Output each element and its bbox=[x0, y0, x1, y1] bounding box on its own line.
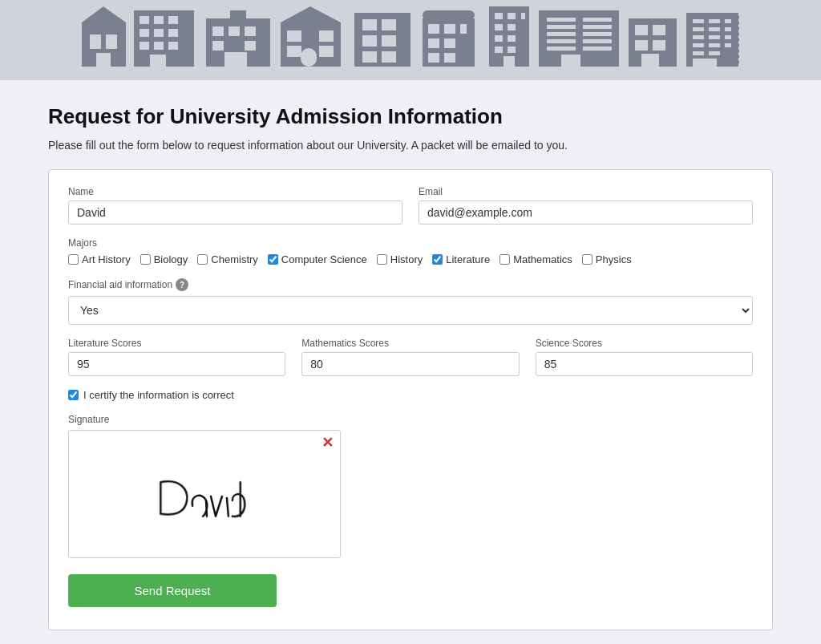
intro-text: Please fill out the form below to reques… bbox=[48, 139, 773, 152]
checkbox-computer-science[interactable] bbox=[268, 254, 278, 265]
math-score-input[interactable] bbox=[301, 352, 519, 376]
svg-rect-60 bbox=[547, 25, 576, 29]
svg-rect-54 bbox=[508, 35, 516, 42]
svg-rect-64 bbox=[583, 18, 612, 22]
svg-rect-66 bbox=[583, 32, 612, 36]
financial-help-icon[interactable]: ? bbox=[176, 278, 188, 291]
page-title: Request for University Admission Informa… bbox=[48, 104, 773, 129]
svg-rect-55 bbox=[495, 47, 503, 53]
svg-marker-25 bbox=[281, 6, 341, 22]
email-input[interactable] bbox=[419, 200, 753, 225]
svg-rect-39 bbox=[423, 10, 475, 20]
name-email-row: Name Email bbox=[68, 186, 753, 225]
svg-rect-79 bbox=[709, 19, 720, 23]
major-chemistry[interactable]: Chemistry bbox=[197, 253, 258, 265]
major-biology[interactable]: Biology bbox=[140, 253, 188, 265]
form-container: Name Email Majors Art History Biology bbox=[48, 169, 773, 630]
svg-rect-89 bbox=[725, 43, 731, 47]
literature-score-group: Literature Scores bbox=[68, 338, 285, 376]
svg-rect-26 bbox=[287, 30, 301, 42]
svg-rect-51 bbox=[495, 24, 503, 30]
certify-row: I certify the information is correct bbox=[68, 389, 753, 401]
svg-rect-27 bbox=[319, 30, 334, 42]
name-input[interactable] bbox=[68, 200, 402, 225]
svg-rect-11 bbox=[168, 29, 178, 37]
signature-canvas[interactable] bbox=[69, 431, 340, 557]
major-computer-science[interactable]: Computer Science bbox=[268, 253, 367, 265]
math-score-label: Mathematics Scores bbox=[301, 338, 519, 349]
svg-rect-3 bbox=[106, 34, 117, 49]
svg-rect-17 bbox=[230, 10, 246, 20]
signature-label: Signature bbox=[68, 414, 753, 425]
svg-rect-30 bbox=[301, 48, 317, 67]
name-field-group: Name bbox=[68, 186, 402, 225]
svg-rect-61 bbox=[547, 32, 576, 36]
svg-rect-91 bbox=[709, 51, 720, 55]
signature-box[interactable]: ✕ bbox=[68, 430, 341, 558]
science-score-group: Science Scores bbox=[536, 338, 753, 376]
checkbox-physics[interactable] bbox=[582, 254, 592, 265]
svg-rect-50 bbox=[521, 13, 525, 19]
checkbox-history[interactable] bbox=[377, 254, 387, 265]
header-banner bbox=[0, 0, 821, 80]
submit-button[interactable]: Send Request bbox=[68, 574, 277, 607]
majors-label: Majors bbox=[68, 237, 753, 249]
svg-rect-10 bbox=[154, 29, 164, 37]
svg-rect-83 bbox=[725, 27, 731, 31]
majors-checkboxes-row: Art History Biology Chemistry Computer S… bbox=[68, 253, 753, 265]
svg-rect-13 bbox=[154, 42, 164, 50]
svg-rect-59 bbox=[547, 18, 576, 22]
literature-score-label: Literature Scores bbox=[68, 338, 285, 349]
major-mathematics[interactable]: Mathematics bbox=[499, 253, 572, 265]
svg-rect-19 bbox=[229, 26, 240, 36]
major-history[interactable]: History bbox=[377, 253, 423, 265]
math-score-group: Mathematics Scores bbox=[301, 338, 519, 376]
svg-rect-37 bbox=[382, 51, 396, 63]
svg-rect-18 bbox=[212, 26, 224, 36]
checkbox-literature[interactable] bbox=[432, 254, 443, 265]
svg-rect-4 bbox=[96, 53, 111, 67]
literature-score-input[interactable] bbox=[68, 352, 285, 376]
major-art-history[interactable]: Art History bbox=[68, 253, 131, 265]
svg-rect-14 bbox=[168, 42, 178, 50]
svg-rect-72 bbox=[653, 25, 665, 35]
checkbox-mathematics[interactable] bbox=[499, 254, 510, 265]
major-literature[interactable]: Literature bbox=[432, 253, 490, 265]
name-label: Name bbox=[68, 186, 402, 197]
email-field-group: Email bbox=[419, 186, 753, 225]
svg-rect-7 bbox=[154, 16, 164, 24]
financial-section: Financial aid information ? Yes No bbox=[68, 278, 753, 325]
svg-rect-32 bbox=[362, 19, 377, 30]
signature-section: Signature ✕ bbox=[68, 414, 753, 558]
main-content: Request for University Admission Informa… bbox=[0, 80, 821, 644]
checkbox-art-history[interactable] bbox=[68, 254, 79, 265]
major-physics[interactable]: Physics bbox=[582, 253, 632, 265]
svg-rect-46 bbox=[444, 53, 455, 63]
svg-rect-21 bbox=[212, 41, 224, 51]
svg-rect-2 bbox=[90, 34, 101, 49]
svg-rect-57 bbox=[504, 56, 515, 67]
svg-rect-12 bbox=[140, 42, 149, 50]
svg-rect-15 bbox=[150, 55, 166, 67]
checkbox-biology[interactable] bbox=[140, 254, 151, 265]
science-score-input[interactable] bbox=[536, 352, 753, 376]
svg-rect-49 bbox=[508, 13, 516, 19]
svg-rect-53 bbox=[495, 35, 503, 42]
financial-aid-select[interactable]: Yes No bbox=[68, 296, 753, 325]
signature-clear-button[interactable]: ✕ bbox=[322, 435, 334, 450]
svg-rect-34 bbox=[362, 35, 377, 47]
svg-rect-86 bbox=[725, 35, 731, 39]
checkbox-chemistry[interactable] bbox=[197, 254, 208, 265]
svg-rect-73 bbox=[635, 40, 648, 51]
certify-checkbox[interactable] bbox=[68, 390, 79, 400]
svg-rect-33 bbox=[382, 19, 396, 30]
svg-rect-87 bbox=[693, 43, 704, 47]
svg-rect-78 bbox=[693, 19, 704, 23]
svg-rect-56 bbox=[508, 47, 516, 53]
certify-label: I certify the information is correct bbox=[83, 389, 234, 401]
svg-rect-9 bbox=[140, 29, 149, 37]
svg-rect-65 bbox=[583, 25, 612, 29]
svg-rect-80 bbox=[725, 19, 731, 23]
svg-rect-74 bbox=[653, 40, 665, 51]
svg-rect-35 bbox=[382, 35, 396, 47]
